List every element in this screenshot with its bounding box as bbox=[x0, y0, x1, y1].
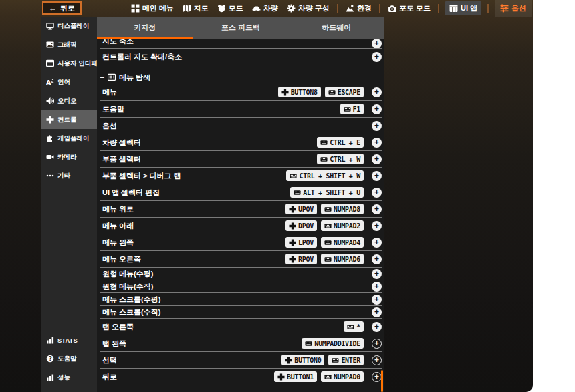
topbar-item-vehicle-config[interactable]: 차량 구성 bbox=[285, 0, 331, 17]
topbar-item-photo-mode[interactable]: 포토 모드 bbox=[386, 0, 432, 17]
topbar-item-environment[interactable]: 환경 bbox=[344, 0, 373, 17]
dpad-icon bbox=[289, 206, 296, 213]
keybind-badge[interactable]: NUMPADDIVIDE bbox=[302, 338, 364, 349]
binding-row[interactable]: 메뉴BUTTON8ESCAPE+ bbox=[100, 84, 382, 101]
binding-row[interactable]: 차량 셀렉터CTRL + E+ bbox=[100, 134, 382, 151]
binding-row[interactable]: 도움말F1+ bbox=[100, 101, 382, 118]
binding-row[interactable]: 메뉴 오른쪽RPOVNUMPAD6+ bbox=[100, 251, 382, 268]
car-icon bbox=[252, 4, 261, 13]
binding-row[interactable]: 지도 축소+ bbox=[100, 39, 382, 49]
sidebar-item-misc[interactable]: 기타 bbox=[41, 166, 97, 185]
sidebar-item-camera[interactable]: 카메라 bbox=[41, 148, 97, 166]
keybind-badge[interactable]: * bbox=[344, 321, 364, 332]
binding-row[interactable]: 컨트롤러 지도 확대/축소+ bbox=[100, 49, 382, 65]
keybind-badge[interactable]: DPOV bbox=[285, 220, 317, 231]
binding-row[interactable]: 옵션+ bbox=[100, 118, 382, 134]
keybind-badge[interactable]: CTRL + W bbox=[317, 154, 364, 164]
topbar-divider bbox=[337, 4, 338, 13]
add-binding-button[interactable]: + bbox=[372, 339, 382, 349]
keybind-badge[interactable]: RPOV bbox=[285, 254, 317, 264]
keybind-badge[interactable]: F1 bbox=[340, 104, 364, 114]
add-binding-button[interactable]: + bbox=[372, 171, 382, 181]
add-binding-button[interactable]: + bbox=[372, 372, 382, 382]
keybind-badge[interactable]: ALT + SHIFT + U bbox=[290, 187, 364, 198]
topbar-item-main-menu[interactable]: 메인 메뉴 bbox=[130, 0, 175, 17]
topbar-item-label: 메인 메뉴 bbox=[142, 3, 174, 13]
binding-row[interactable]: 원형 메뉴(수평)+ bbox=[100, 268, 382, 280]
keybind-badge[interactable]: NUMPAD2 bbox=[321, 220, 364, 231]
grid-icon bbox=[131, 4, 140, 13]
binding-row[interactable]: 부품 셀렉터 > 디버그 탭CTRL + SHIFT + W+ bbox=[100, 168, 382, 184]
keybind-badge[interactable]: ENTER bbox=[328, 355, 364, 365]
add-binding-button[interactable]: + bbox=[372, 188, 382, 198]
tab-force-feedback[interactable]: 포스 피드백 bbox=[193, 17, 288, 39]
sidebar-item-display[interactable]: 디스플레이 bbox=[41, 17, 97, 35]
binding-row[interactable]: 부품 셀렉터CTRL + W+ bbox=[100, 151, 382, 168]
add-binding-button[interactable]: + bbox=[372, 307, 382, 317]
binding-row[interactable]: 원형 메뉴(수직)+ bbox=[100, 280, 382, 293]
keybind-badge[interactable]: NUMPAD8 bbox=[321, 204, 364, 214]
sidebar-item-performance[interactable]: 성능 bbox=[41, 368, 97, 387]
binding-row[interactable]: 메뉴 스크롤(수평)+ bbox=[100, 293, 382, 306]
add-binding-button[interactable]: + bbox=[372, 121, 382, 131]
topbar-item-ui-apps[interactable]: UI 앱 bbox=[445, 1, 481, 15]
keybind-badge[interactable]: NUMPAD0 bbox=[321, 371, 364, 382]
add-binding-button[interactable]: + bbox=[372, 269, 382, 279]
binding-section-header[interactable]: −메뉴 탐색 bbox=[97, 71, 384, 84]
help-icon: ? bbox=[46, 355, 54, 363]
add-binding-button[interactable]: + bbox=[372, 52, 382, 62]
add-binding-button[interactable]: + bbox=[372, 154, 382, 164]
add-binding-button[interactable]: + bbox=[372, 39, 382, 49]
add-binding-button[interactable]: + bbox=[372, 138, 382, 148]
add-binding-button[interactable]: + bbox=[372, 221, 382, 231]
topbar-item-mods[interactable]: 모드 bbox=[216, 0, 245, 17]
sidebar-item-help[interactable]: ?도움말 bbox=[41, 349, 97, 368]
sidebar-item-stats[interactable]: STATS bbox=[41, 331, 97, 349]
keybind-badge[interactable]: CTRL + SHIFT + W bbox=[286, 170, 364, 181]
binding-row[interactable]: 선택BUTTON0ENTER+ bbox=[100, 352, 382, 369]
keybind-badge[interactable]: LPOV bbox=[285, 237, 317, 248]
keybind-badge[interactable]: BUTTON1 bbox=[274, 371, 317, 382]
keybind-badge[interactable]: ESCAPE bbox=[325, 87, 364, 97]
image-icon bbox=[46, 41, 54, 49]
topbar-item-label: 모드 bbox=[229, 3, 243, 13]
sidebar-item-graphics[interactable]: 그래픽 bbox=[41, 35, 97, 54]
add-binding-button[interactable]: + bbox=[372, 295, 382, 305]
add-binding-button[interactable]: + bbox=[372, 355, 382, 365]
keybind-badge[interactable]: NUMPAD4 bbox=[321, 237, 364, 248]
topbar-item-vehicles[interactable]: 차량 bbox=[251, 0, 279, 17]
binding-label: 부품 셀렉터 bbox=[102, 154, 317, 164]
binding-row[interactable]: 탭 왼쪽NUMPADDIVIDE+ bbox=[100, 335, 382, 352]
binding-row[interactable]: UI 앱 셀렉터 편집ALT + SHIFT + U+ bbox=[100, 184, 382, 201]
topbar-item-map[interactable]: 지도 bbox=[181, 0, 210, 17]
sidebar-item-gameplay[interactable]: 게임플레이 bbox=[41, 129, 97, 148]
keybind-badge[interactable]: NUMPAD6 bbox=[321, 254, 364, 264]
tab-keybindings[interactable]: 키지정 bbox=[97, 17, 193, 39]
sidebar-item-user-interface[interactable]: 사용자 인터페이스 bbox=[41, 54, 97, 73]
add-binding-button[interactable]: + bbox=[372, 104, 382, 114]
binding-row[interactable]: 메뉴 아래DPOVNUMPAD2+ bbox=[100, 218, 382, 234]
add-binding-button[interactable]: + bbox=[372, 322, 382, 332]
add-binding-button[interactable]: + bbox=[372, 254, 382, 264]
sidebar-item-controls[interactable]: 컨트롤 bbox=[41, 110, 97, 129]
binding-row[interactable]: 뒤로BUTTON1NUMPAD0+ bbox=[100, 369, 382, 385]
add-binding-button[interactable]: + bbox=[372, 87, 382, 97]
add-binding-button[interactable]: + bbox=[372, 238, 382, 248]
add-binding-button[interactable]: + bbox=[372, 204, 382, 214]
add-binding-button[interactable]: + bbox=[372, 282, 382, 292]
back-button[interactable]: ← 뒤로 bbox=[42, 1, 82, 15]
topbar-item-options[interactable]: 옵션 bbox=[495, 0, 532, 17]
binding-row[interactable]: 메뉴 스크롤(수직)+ bbox=[100, 306, 382, 319]
scrollbar-thumb[interactable] bbox=[381, 370, 383, 392]
keybind-badge[interactable]: UPOV bbox=[285, 204, 317, 214]
sidebar-item-language[interactable]: A언어 bbox=[41, 73, 97, 91]
binding-row[interactable]: 메뉴 위로UPOVNUMPAD8+ bbox=[100, 201, 382, 218]
sidebar-item-audio[interactable]: 오디오 bbox=[41, 91, 97, 110]
binding-row[interactable]: 탭 오른쪽*+ bbox=[100, 319, 382, 335]
keybind-badge[interactable]: BUTTON0 bbox=[281, 355, 324, 365]
tab-hardware[interactable]: 하드웨어 bbox=[289, 17, 384, 39]
binding-row[interactable]: 메뉴 왼쪽LPOVNUMPAD4+ bbox=[100, 234, 382, 251]
keybind-badge[interactable]: CTRL + E bbox=[317, 137, 364, 148]
keybind-key: LPOV bbox=[298, 239, 314, 246]
keybind-badge[interactable]: BUTTON8 bbox=[278, 87, 321, 97]
